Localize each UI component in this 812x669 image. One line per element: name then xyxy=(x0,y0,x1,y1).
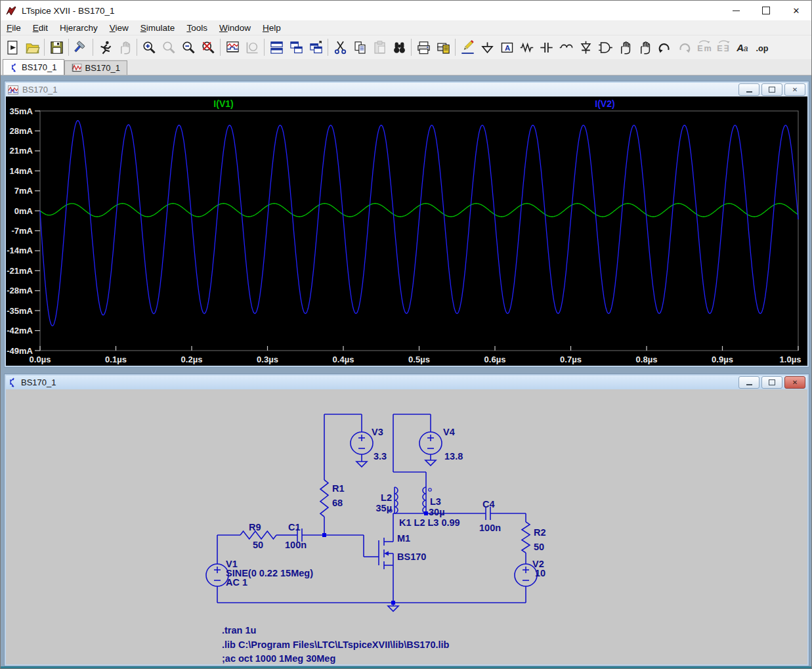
label-L3[interactable]: L3 xyxy=(430,496,441,507)
move-button[interactable] xyxy=(615,37,635,57)
x-tick-label[interactable]: 1.0µs xyxy=(780,355,801,364)
waveform-close-button[interactable]: ✕ xyxy=(784,83,805,96)
directive-tran[interactable]: .tran 1u xyxy=(222,625,256,636)
schematic-restore-button[interactable] xyxy=(761,376,782,389)
menu-file[interactable]: File xyxy=(1,22,27,34)
y-tick-label[interactable]: -35mA xyxy=(7,306,33,316)
directive-lib[interactable]: .lib C:\Program Files\LTC\LTspiceXVII\li… xyxy=(222,639,450,650)
y-tick-label[interactable]: -14mA xyxy=(7,246,33,255)
label-V3[interactable]: V3 xyxy=(372,427,383,437)
label-C4[interactable]: C4 xyxy=(482,499,495,509)
menu-tools[interactable]: Tools xyxy=(181,22,213,34)
tile-vertical-button[interactable] xyxy=(286,37,306,57)
minimize-button[interactable] xyxy=(721,1,751,20)
cascade-windows-button[interactable] xyxy=(306,37,326,57)
menu-simulate[interactable]: Simulate xyxy=(135,22,181,34)
schematic-window-titlebar[interactable]: BS170_1 ✕ xyxy=(6,376,807,389)
zoom-full-extents-button[interactable] xyxy=(198,37,218,57)
print-button[interactable] xyxy=(414,37,433,57)
cut-button[interactable] xyxy=(330,37,350,57)
text-button[interactable]: Aa xyxy=(733,37,753,57)
y-tick-label[interactable]: 14mA xyxy=(10,166,33,176)
label-R1[interactable]: R1 xyxy=(332,483,345,494)
capacitor-button[interactable] xyxy=(536,37,556,57)
print-preview-button[interactable] xyxy=(433,37,453,57)
y-tick-label[interactable]: 7mA xyxy=(14,186,33,196)
x-tick-label[interactable]: 0.3µs xyxy=(257,355,278,364)
x-tick-label[interactable]: 0.9µs xyxy=(712,355,733,364)
spice-directive-button[interactable]: .op xyxy=(753,37,773,57)
autorange-plot-button[interactable] xyxy=(223,37,242,57)
schematic-close-button[interactable]: ✕ xyxy=(784,376,805,389)
label-R2[interactable]: R2 xyxy=(534,527,546,538)
y-tick-label[interactable]: -7mA xyxy=(11,226,33,236)
new-schematic-button[interactable] xyxy=(3,37,22,57)
save-button[interactable] xyxy=(47,37,66,57)
open-file-button[interactable] xyxy=(22,37,42,57)
x-tick-label[interactable]: 0.7µs xyxy=(560,355,582,364)
zoom-in-button[interactable] xyxy=(139,37,159,57)
undo-button[interactable] xyxy=(654,37,674,57)
value2-V1[interactable]: AC 1 xyxy=(226,577,247,588)
run-button[interactable] xyxy=(95,37,115,57)
x-tick-label[interactable]: 0.8µs xyxy=(636,355,658,364)
value-M1[interactable]: BS170 xyxy=(397,551,426,562)
waveform-minimize-button[interactable] xyxy=(738,83,759,96)
label-C1[interactable]: C1 xyxy=(288,522,301,532)
label-M1[interactable]: M1 xyxy=(397,533,410,544)
diode-button[interactable] xyxy=(576,37,595,57)
wire-button[interactable] xyxy=(458,37,477,57)
tab-bs170_1-schematic[interactable]: BS170_1 xyxy=(3,59,64,75)
x-tick-label[interactable]: 0.0µs xyxy=(30,355,51,364)
tile-horizontal-button[interactable] xyxy=(267,37,286,57)
menu-help[interactable]: Help xyxy=(257,22,287,34)
menu-hierarchy[interactable]: Hierarchy xyxy=(54,22,104,34)
legend-I(V1)[interactable]: I(V1) xyxy=(213,98,233,109)
drag-button[interactable] xyxy=(635,37,654,57)
y-tick-label[interactable]: 21mA xyxy=(10,146,33,156)
y-tick-label[interactable]: -21mA xyxy=(7,266,33,276)
y-tick-label[interactable]: -42mA xyxy=(7,326,33,335)
component-button[interactable] xyxy=(595,37,615,57)
control-panel-button[interactable] xyxy=(71,37,91,57)
copy-button[interactable] xyxy=(350,37,370,57)
value-R1[interactable]: 68 xyxy=(332,498,343,508)
inductor-button[interactable] xyxy=(556,37,576,57)
value-R2[interactable]: 50 xyxy=(534,542,544,552)
legend-I(V2)[interactable]: I(V2) xyxy=(595,98,614,109)
value-V4[interactable]: 13.8 xyxy=(444,451,463,462)
y-tick-label[interactable]: -28mA xyxy=(7,286,33,295)
find-button[interactable] xyxy=(389,37,409,57)
value-R9[interactable]: 50 xyxy=(253,540,263,550)
x-tick-label[interactable]: 0.4µs xyxy=(333,355,354,364)
waveform-restore-button[interactable] xyxy=(761,83,782,96)
zoom-out-button[interactable] xyxy=(179,37,198,57)
waveform-window-titlebar[interactable]: BS170_1 ✕ xyxy=(6,83,807,97)
y-tick-label[interactable]: 0mA xyxy=(14,206,33,216)
schematic-minimize-button[interactable] xyxy=(738,376,759,389)
tab-bs170_1-waveform[interactable]: BS170_1 xyxy=(64,60,128,75)
directive-ac-comment[interactable]: ;ac oct 1000 1Meg 30Meg xyxy=(222,653,335,664)
close-button[interactable]: ✕ xyxy=(781,1,811,20)
label-L2[interactable]: L2 xyxy=(381,492,392,503)
y-tick-label[interactable]: 28mA xyxy=(10,126,33,136)
menu-edit[interactable]: Edit xyxy=(27,22,54,34)
plot-axes[interactable]: 35mA28mA21mA14mA7mA0mA-7mA-14mA-21mA-28m… xyxy=(7,106,801,365)
x-tick-label[interactable]: 0.1µs xyxy=(105,355,127,364)
value-L3[interactable]: 30µ xyxy=(429,507,444,517)
value-L2[interactable]: 35µ xyxy=(376,503,392,513)
label-V4[interactable]: V4 xyxy=(443,427,455,437)
waveform-plot[interactable]: 35mA28mA21mA14mA7mA0mA-7mA-14mA-21mA-28m… xyxy=(6,97,807,366)
value-C4[interactable]: 100n xyxy=(479,523,501,533)
value-C1[interactable]: 100n xyxy=(285,540,307,550)
x-tick-label[interactable]: 0.2µs xyxy=(181,355,203,364)
label-net-button[interactable]: A xyxy=(497,37,517,57)
y-tick-label[interactable]: 35mA xyxy=(10,106,33,116)
resistor-button[interactable] xyxy=(517,37,536,57)
menu-window[interactable]: Window xyxy=(213,22,257,34)
maximize-button[interactable] xyxy=(751,1,781,20)
schematic-canvas[interactable]: V3 3.3 V4 13.8 R1 68 L2 35µ L3 30µ K1 L2… xyxy=(6,389,807,664)
ground-button[interactable] xyxy=(477,37,497,57)
directive-K1[interactable]: K1 L2 L3 0.99 xyxy=(399,517,460,528)
x-tick-label[interactable]: 0.5µs xyxy=(408,355,430,364)
